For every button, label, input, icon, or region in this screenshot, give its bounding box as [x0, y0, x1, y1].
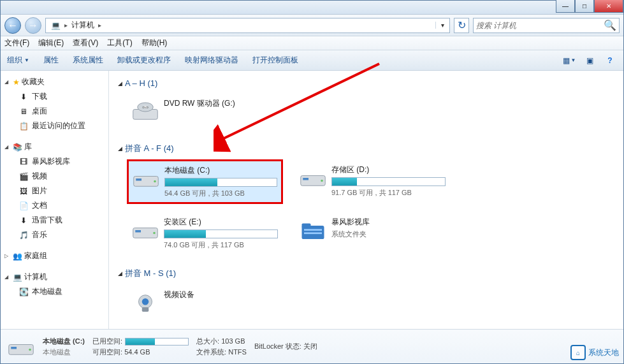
view-mode-button[interactable]: ▦▼: [562, 54, 576, 68]
drive-tile[interactable]: 存储区 (D:)91.7 GB 可用 , 共 117 GB: [294, 159, 451, 204]
details-total-label: 总大小:: [196, 337, 219, 345]
tile-subtext: 74.0 GB 可用 , 共 117 GB: [164, 240, 278, 250]
chevron-right-icon: ▷: [4, 253, 11, 259]
chevron-down-icon: ◢: [118, 145, 122, 152]
chevron-down-icon: ◢: [4, 144, 11, 150]
folder-tile[interactable]: 暴风影视库系统文件夹: [294, 212, 451, 255]
sidebar-item-localdisk[interactable]: 💽本地磁盘: [1, 284, 108, 299]
menu-view[interactable]: 查看(V): [73, 38, 98, 48]
sidebar-computer[interactable]: ◢💻计算机: [1, 270, 108, 284]
refresh-button[interactable]: ↻: [454, 18, 469, 33]
svg-point-12: [153, 232, 156, 235]
details-free-val: 54.4 GB: [124, 348, 150, 356]
menu-file[interactable]: 文件(F): [4, 38, 29, 48]
titlebar: — □ ✕: [1, 1, 623, 15]
details-used-label: 已用空间:: [92, 337, 122, 345]
address-bar[interactable]: 💻 ▸ 计算机 ▸ ▾: [45, 18, 450, 33]
breadcrumb-root[interactable]: 计算机: [69, 20, 97, 31]
library-icon: 📚: [13, 143, 22, 152]
command-bar: 组织▼ 属性 系统属性 卸载或更改程序 映射网络驱动器 打开控制面板 ▦▼ ▣ …: [1, 50, 623, 71]
search-input[interactable]: [476, 21, 604, 30]
sidebar-favorites[interactable]: ◢★收藏夹: [1, 75, 108, 89]
sidebar-item-desktop[interactable]: 🖥桌面: [1, 104, 108, 119]
search-box[interactable]: 🔍: [473, 18, 620, 33]
dvd-tile[interactable]: DVDDVD RW 驱动器 (G:): [127, 93, 283, 130]
device-tile[interactable]: 视频设备: [127, 284, 283, 321]
video-lib-icon: 🎞: [18, 157, 29, 167]
help-button[interactable]: ?: [603, 54, 617, 68]
cmd-system-properties[interactable]: 系统属性: [73, 55, 103, 66]
details-free-label: 可用空间:: [92, 348, 122, 356]
homegroup-icon: 👥: [13, 252, 22, 261]
svg-rect-5: [136, 178, 141, 181]
breadcrumb-sep-icon: ▸: [63, 22, 69, 29]
drive-icon: [7, 334, 35, 360]
back-button[interactable]: ←: [4, 17, 21, 34]
sidebar-item-xunlei[interactable]: ⬇迅雷下载: [1, 213, 108, 228]
menu-help[interactable]: 帮助(H): [141, 38, 168, 48]
preview-icon: ▣: [586, 56, 593, 65]
forward-button[interactable]: →: [25, 17, 41, 34]
menubar: 文件(F) 编辑(E) 查看(V) 工具(T) 帮助(H): [1, 36, 623, 50]
drive-icon: 💽: [18, 287, 29, 297]
category-header[interactable]: ◢拼音 M - S (1): [118, 265, 614, 282]
drive-tile[interactable]: 本地磁盘 (C:)54.4 GB 可用 , 共 103 GB: [127, 159, 283, 204]
view-icon: ▦: [563, 56, 570, 65]
cmd-map-drive[interactable]: 映射网络驱动器: [185, 55, 238, 66]
tile-name: 安装区 (E:): [164, 217, 278, 228]
search-icon[interactable]: 🔍: [604, 19, 616, 31]
sidebar-item-pictures[interactable]: 🖼图片: [1, 184, 108, 198]
sidebar-item-downloads[interactable]: ⬇下载: [1, 89, 108, 104]
cmd-organize[interactable]: 组织▼: [7, 55, 29, 66]
details-bitlocker-label: BitLocker 状态:: [254, 342, 301, 350]
sidebar-libraries[interactable]: ◢📚库: [1, 140, 108, 154]
svg-rect-11: [135, 230, 141, 233]
breadcrumb-sep-icon: ▸: [97, 22, 103, 29]
sidebar-item-documents[interactable]: 📄文档: [1, 198, 108, 213]
cmd-uninstall[interactable]: 卸载或更改程序: [117, 55, 171, 66]
drive-tile[interactable]: 安装区 (E:)74.0 GB 可用 , 共 117 GB: [127, 212, 283, 255]
star-icon: ★: [13, 78, 20, 87]
details-type: 本地磁盘: [43, 347, 85, 357]
download-icon: ⬇: [18, 92, 29, 102]
sidebar-item-baofeng[interactable]: 🎞暴风影视库: [1, 154, 108, 169]
maximize-button[interactable]: □: [575, 0, 594, 13]
folder-icon: [300, 217, 326, 244]
music-icon: 🎵: [18, 230, 29, 240]
details-fs-label: 文件系统:: [196, 348, 226, 356]
sidebar-homegroup[interactable]: ▷👥家庭组: [1, 249, 108, 263]
drive-icon: [132, 217, 159, 244]
sidebar: ◢★收藏夹 ⬇下载 🖥桌面 📋最近访问的位置 ◢📚库 🎞暴风影视库 🎬视频 🖼图…: [1, 71, 109, 329]
svg-rect-14: [302, 224, 311, 228]
device-icon: [132, 289, 159, 316]
tile-subtext: 91.7 GB 可用 , 共 117 GB: [331, 188, 446, 198]
svg-rect-15: [304, 229, 322, 231]
category-header[interactable]: ◢拼音 A - F (4): [118, 140, 614, 157]
close-button[interactable]: ✕: [594, 0, 623, 13]
computer-icon: 💻: [13, 273, 22, 282]
category-header[interactable]: ◢A – H (1): [118, 76, 614, 91]
address-dropdown[interactable]: ▾: [435, 22, 447, 29]
chevron-down-icon: ◢: [118, 270, 122, 277]
cmd-control-panel[interactable]: 打开控制面板: [252, 55, 298, 66]
recent-icon: 📋: [18, 121, 29, 131]
preview-pane-button[interactable]: ▣: [583, 54, 597, 68]
sidebar-item-music[interactable]: 🎵音乐: [1, 228, 108, 242]
picture-icon: 🖼: [18, 186, 29, 196]
sidebar-item-recent[interactable]: 📋最近访问的位置: [1, 119, 108, 133]
sidebar-item-videos[interactable]: 🎬视频: [1, 169, 108, 184]
details-fs-val: NTFS: [228, 348, 247, 356]
svg-point-25: [29, 348, 31, 351]
svg-point-18: [142, 298, 149, 305]
cmd-properties[interactable]: 属性: [43, 55, 59, 66]
tile-subtext: 系统文件夹: [331, 229, 446, 239]
svg-text:DVD: DVD: [142, 106, 148, 109]
menu-tools[interactable]: 工具(T): [107, 38, 132, 48]
download-icon: ⬇: [18, 215, 29, 226]
menu-edit[interactable]: 编辑(E): [38, 38, 64, 48]
svg-point-9: [321, 180, 323, 182]
minimize-button[interactable]: —: [556, 0, 575, 13]
dvd-icon: DVD: [132, 98, 159, 125]
svg-rect-24: [11, 347, 17, 349]
space-bar: [164, 178, 277, 187]
